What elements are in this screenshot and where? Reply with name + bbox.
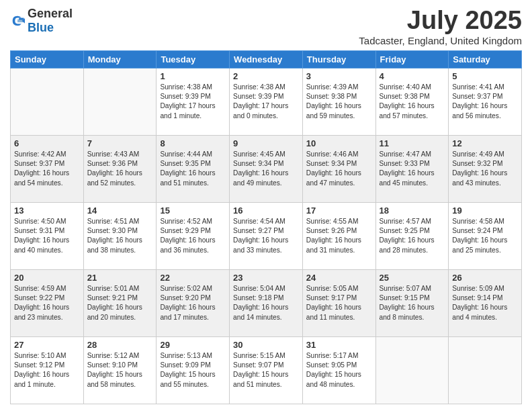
table-row	[375, 336, 449, 404]
table-row: 9Sunrise: 4:45 AMSunset: 9:34 PMDaylight…	[230, 135, 303, 202]
day-info: Sunrise: 4:38 AMSunset: 9:39 PMDaylight:…	[160, 83, 226, 121]
table-row: 24Sunrise: 5:05 AMSunset: 9:17 PMDayligh…	[302, 269, 375, 336]
day-number: 10	[306, 138, 372, 148]
table-row: 17Sunrise: 4:55 AMSunset: 9:26 PMDayligh…	[302, 202, 375, 269]
calendar-week-row: 13Sunrise: 4:50 AMSunset: 9:31 PMDayligh…	[11, 202, 522, 269]
day-info: Sunrise: 4:55 AMSunset: 9:26 PMDaylight:…	[306, 217, 372, 255]
table-row: 10Sunrise: 4:46 AMSunset: 9:34 PMDayligh…	[302, 135, 375, 202]
table-row: 12Sunrise: 4:49 AMSunset: 9:32 PMDayligh…	[449, 135, 522, 202]
day-info: Sunrise: 5:15 AMSunset: 9:07 PMDaylight:…	[233, 351, 299, 390]
day-number: 9	[233, 138, 299, 148]
day-number: 18	[380, 205, 445, 216]
table-row: 3Sunrise: 4:39 AMSunset: 9:38 PMDaylight…	[302, 68, 375, 135]
calendar-week-row: 20Sunrise: 4:59 AMSunset: 9:22 PMDayligh…	[11, 269, 522, 336]
day-number: 20	[14, 273, 80, 283]
day-info: Sunrise: 4:44 AMSunset: 9:35 PMDaylight:…	[160, 150, 226, 188]
table-row: 15Sunrise: 4:52 AMSunset: 9:29 PMDayligh…	[157, 202, 230, 269]
title-block: July 2025 Tadcaster, England, United Kin…	[359, 7, 522, 46]
day-number: 6	[14, 138, 80, 148]
table-row: 13Sunrise: 4:50 AMSunset: 9:31 PMDayligh…	[11, 202, 84, 269]
table-row: 8Sunrise: 4:44 AMSunset: 9:35 PMDaylight…	[157, 135, 230, 202]
day-info: Sunrise: 4:49 AMSunset: 9:32 PMDaylight:…	[452, 150, 518, 188]
col-wednesday: Wednesday	[230, 50, 303, 68]
day-number: 7	[87, 138, 153, 148]
table-row: 6Sunrise: 4:42 AMSunset: 9:37 PMDaylight…	[11, 135, 84, 202]
day-info: Sunrise: 4:40 AMSunset: 9:38 PMDaylight:…	[380, 83, 445, 121]
table-row: 25Sunrise: 5:07 AMSunset: 9:15 PMDayligh…	[375, 269, 449, 336]
table-row: 27Sunrise: 5:10 AMSunset: 9:12 PMDayligh…	[11, 336, 84, 404]
day-info: Sunrise: 4:51 AMSunset: 9:30 PMDaylight:…	[87, 217, 153, 255]
day-number: 24	[306, 273, 372, 283]
table-row: 20Sunrise: 4:59 AMSunset: 9:22 PMDayligh…	[11, 269, 84, 336]
day-number: 30	[233, 340, 299, 350]
day-number: 13	[14, 205, 80, 216]
table-row: 31Sunrise: 5:17 AMSunset: 9:05 PMDayligh…	[302, 336, 375, 404]
day-info: Sunrise: 4:39 AMSunset: 9:38 PMDaylight:…	[306, 83, 372, 121]
col-friday: Friday	[375, 50, 449, 68]
day-info: Sunrise: 5:12 AMSunset: 9:10 PMDaylight:…	[87, 351, 153, 390]
calendar-week-row: 1Sunrise: 4:38 AMSunset: 9:39 PMDaylight…	[11, 68, 522, 135]
table-row: 14Sunrise: 4:51 AMSunset: 9:30 PMDayligh…	[83, 202, 157, 269]
day-info: Sunrise: 4:58 AMSunset: 9:24 PMDaylight:…	[452, 217, 518, 255]
day-info: Sunrise: 4:47 AMSunset: 9:33 PMDaylight:…	[380, 150, 445, 188]
table-row: 28Sunrise: 5:12 AMSunset: 9:10 PMDayligh…	[83, 336, 157, 404]
logo-blue: Blue	[28, 21, 54, 34]
day-number: 1	[160, 71, 226, 81]
table-row: 4Sunrise: 4:40 AMSunset: 9:38 PMDaylight…	[375, 68, 449, 135]
col-tuesday: Tuesday	[157, 50, 230, 68]
subtitle: Tadcaster, England, United Kingdom	[359, 35, 522, 46]
table-row: 22Sunrise: 5:02 AMSunset: 9:20 PMDayligh…	[157, 269, 230, 336]
day-number: 3	[306, 71, 372, 81]
day-number: 26	[452, 273, 518, 283]
day-info: Sunrise: 5:01 AMSunset: 9:21 PMDaylight:…	[87, 284, 153, 322]
table-row: 21Sunrise: 5:01 AMSunset: 9:21 PMDayligh…	[83, 269, 157, 336]
day-info: Sunrise: 4:42 AMSunset: 9:37 PMDaylight:…	[14, 150, 80, 188]
day-info: Sunrise: 5:17 AMSunset: 9:05 PMDaylight:…	[306, 351, 372, 390]
col-sunday: Sunday	[11, 50, 84, 68]
day-info: Sunrise: 4:41 AMSunset: 9:37 PMDaylight:…	[452, 83, 518, 121]
logo-text: General Blue	[28, 7, 73, 35]
table-row: 2Sunrise: 4:38 AMSunset: 9:39 PMDaylight…	[230, 68, 303, 135]
day-info: Sunrise: 4:45 AMSunset: 9:34 PMDaylight:…	[233, 150, 299, 188]
table-row	[83, 68, 157, 135]
day-number: 25	[380, 273, 445, 283]
day-number: 15	[160, 205, 226, 216]
table-row	[11, 68, 84, 135]
main-title: July 2025	[359, 7, 522, 35]
day-info: Sunrise: 5:05 AMSunset: 9:17 PMDaylight:…	[306, 284, 372, 322]
day-info: Sunrise: 5:04 AMSunset: 9:18 PMDaylight:…	[233, 284, 299, 322]
col-saturday: Saturday	[449, 50, 522, 68]
table-row: 7Sunrise: 4:43 AMSunset: 9:36 PMDaylight…	[83, 135, 157, 202]
day-info: Sunrise: 5:02 AMSunset: 9:20 PMDaylight:…	[160, 284, 226, 322]
day-info: Sunrise: 4:38 AMSunset: 9:39 PMDaylight:…	[233, 83, 299, 121]
day-number: 23	[233, 273, 299, 283]
day-info: Sunrise: 5:07 AMSunset: 9:15 PMDaylight:…	[380, 284, 445, 322]
day-info: Sunrise: 5:10 AMSunset: 9:12 PMDaylight:…	[14, 351, 80, 390]
col-thursday: Thursday	[302, 50, 375, 68]
day-number: 2	[233, 71, 299, 81]
table-row: 1Sunrise: 4:38 AMSunset: 9:39 PMDaylight…	[157, 68, 230, 135]
table-row: 5Sunrise: 4:41 AMSunset: 9:37 PMDaylight…	[449, 68, 522, 135]
day-number: 22	[160, 273, 226, 283]
day-number: 19	[452, 205, 518, 216]
day-number: 28	[87, 340, 153, 350]
logo: General Blue	[10, 7, 73, 35]
header-row: Sunday Monday Tuesday Wednesday Thursday…	[11, 50, 522, 68]
day-number: 27	[14, 340, 80, 350]
table-row	[449, 336, 522, 404]
day-info: Sunrise: 4:57 AMSunset: 9:25 PMDaylight:…	[380, 217, 445, 255]
calendar-week-row: 27Sunrise: 5:10 AMSunset: 9:12 PMDayligh…	[11, 336, 522, 404]
table-row: 30Sunrise: 5:15 AMSunset: 9:07 PMDayligh…	[230, 336, 303, 404]
day-info: Sunrise: 5:09 AMSunset: 9:14 PMDaylight:…	[452, 284, 518, 322]
logo-icon	[10, 13, 25, 28]
header: General Blue July 2025 Tadcaster, Englan…	[10, 7, 522, 46]
day-info: Sunrise: 4:50 AMSunset: 9:31 PMDaylight:…	[14, 217, 80, 255]
calendar-week-row: 6Sunrise: 4:42 AMSunset: 9:37 PMDaylight…	[11, 135, 522, 202]
day-number: 29	[160, 340, 226, 350]
day-number: 4	[380, 71, 445, 81]
day-number: 8	[160, 138, 226, 148]
day-number: 21	[87, 273, 153, 283]
table-row: 19Sunrise: 4:58 AMSunset: 9:24 PMDayligh…	[449, 202, 522, 269]
day-number: 16	[233, 205, 299, 216]
table-row: 18Sunrise: 4:57 AMSunset: 9:25 PMDayligh…	[375, 202, 449, 269]
